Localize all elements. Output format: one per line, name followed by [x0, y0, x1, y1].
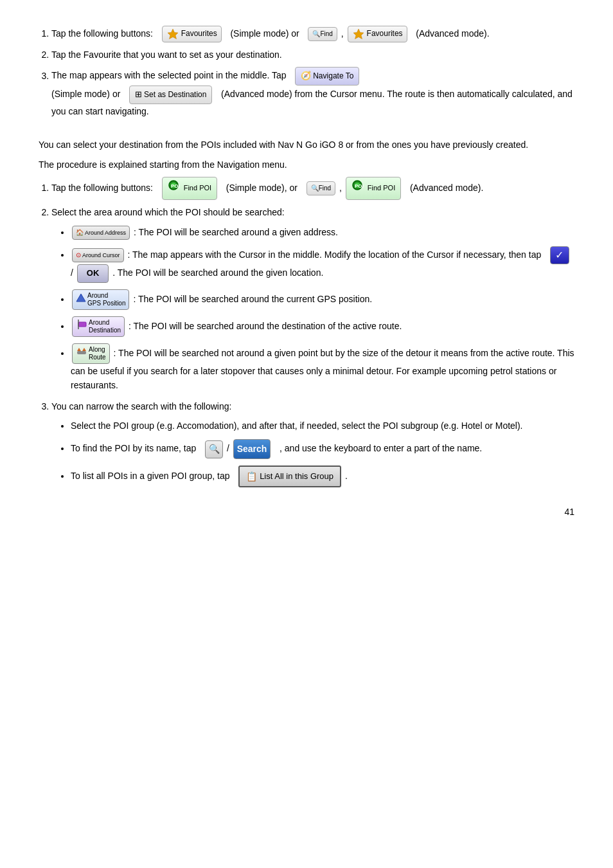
triangle-icon — [76, 293, 86, 305]
svg-marker-0 — [168, 29, 178, 39]
find-button-poi[interactable]: 🔍 Find — [306, 181, 335, 195]
poi-step-2-text: Select the area around which the POI sho… — [51, 207, 285, 217]
around-cursor-text: : The map appears with the Cursor in the… — [127, 249, 541, 260]
poi-icon-2: POI — [351, 179, 366, 197]
poi-step-1-text-after: (Advanced mode). — [410, 183, 483, 193]
poi-step-1: Tap the following buttons: POI Find POI … — [51, 177, 574, 200]
magnify-icon: 🔍 — [209, 442, 220, 456]
route-along-label: Along Route — [89, 346, 106, 361]
around-gps-button[interactable]: Around GPS Position — [72, 289, 129, 310]
around-gps-label: Around GPS Position — [87, 292, 125, 307]
svg-marker-8 — [76, 294, 85, 302]
page-number-container: 41 — [39, 507, 574, 517]
find-small-icon: 🔍 — [311, 183, 319, 194]
top-step-1-text-after: (Advanced mode). — [416, 28, 489, 39]
around-address-text: : The POI will be searched around a give… — [134, 227, 338, 237]
favourites-simple-button[interactable]: Favourites — [162, 26, 222, 42]
find-poi-label: Find POI — [184, 183, 211, 194]
search-magnify-button[interactable]: 🔍 — [205, 440, 223, 458]
poi-steps-list: Tap the following buttons: POI Find POI … — [51, 177, 574, 487]
list-all-button[interactable]: 📋 List All in this Group — [238, 466, 341, 487]
list-all-text-after: . — [345, 471, 348, 481]
top-step-3: The map appears with the selected point … — [51, 67, 574, 118]
bullet-around-gps: Around GPS Position : The POI will be se… — [71, 289, 574, 310]
around-dest-label: Around Destination — [89, 319, 121, 334]
route-along-text: : The POI will be searched not around a … — [71, 348, 574, 391]
favourites-advanced-label: Favourites — [367, 28, 403, 40]
search-area-list: 🏠 Around Address : The POI will be searc… — [71, 225, 574, 393]
cursor-icon: ⊙ — [76, 250, 81, 260]
find-poi-advanced-label: Find POI — [368, 183, 395, 194]
search-button[interactable]: Search — [233, 439, 271, 458]
set-dest-label: Set as Destination — [144, 89, 206, 101]
checkmark-button[interactable]: ✓ — [550, 246, 569, 264]
top-step-3-text-after-label: (Simple mode) or — [51, 89, 120, 99]
bullet-around-destination: Around Destination : The POI will be sea… — [71, 316, 574, 337]
around-address-label: Around Address — [85, 228, 126, 237]
list-all-text-before: To list all POIs in a given POI group, t… — [71, 471, 229, 481]
top-step-1: Tap the following buttons: Favourites (S… — [51, 26, 574, 42]
find-poi-button-simple[interactable]: POI Find POI — [162, 177, 217, 200]
poi-step-3: You can narrow the search with the follo… — [51, 399, 574, 488]
top-step-1-text-before: Tap the following buttons: — [51, 28, 153, 39]
poi-procedure-text: The procedure is explained starting from… — [39, 158, 574, 172]
ok-button[interactable]: OK — [77, 264, 109, 283]
flag-icon — [76, 320, 87, 333]
svg-marker-12 — [77, 348, 81, 351]
find-icon: 🔍 — [312, 29, 320, 39]
bullet-select-group: Select the POI group (e.g. Accomodation)… — [71, 419, 574, 433]
bullet-around-address: 🏠 Around Address : The POI will be searc… — [71, 225, 574, 240]
poi-step-2: Select the area around which the POI sho… — [51, 205, 574, 392]
find-by-name-text-after: , and use the keyboard to enter a part o… — [280, 443, 482, 453]
poi-step-1-text-middle: (Simple mode), or — [226, 183, 298, 193]
around-cursor-button[interactable]: ⊙ Around Cursor — [72, 248, 124, 262]
select-group-text: Select the POI group (e.g. Accomodation)… — [71, 420, 523, 431]
navigate-to-label: Navigate To — [313, 70, 353, 82]
top-step-3-text-before: The map appears with the selected point … — [51, 71, 287, 81]
bullet-list-all: To list all POIs in a given POI group, t… — [71, 466, 574, 487]
poi-icon: POI — [168, 179, 182, 197]
house-icon: 🏠 — [76, 228, 84, 238]
around-address-button[interactable]: 🏠 Around Address — [72, 226, 130, 240]
find-button-small[interactable]: 🔍 Find — [308, 27, 337, 41]
around-dest-text: : The POI will be searched around the de… — [129, 321, 402, 331]
star-icon-2 — [352, 28, 365, 41]
bullet-find-by-name: To find the POI by its name, tap 🔍 / Sea… — [71, 439, 574, 458]
star-icon — [166, 28, 179, 41]
set-destination-button[interactable]: ⊞ Set as Destination — [129, 86, 212, 104]
list-all-label: List All in this Group — [260, 470, 333, 484]
route-along-button[interactable]: Along Route — [72, 343, 110, 364]
around-destination-button[interactable]: Around Destination — [72, 316, 125, 337]
around-cursor-label: Around Cursor — [82, 251, 120, 260]
find-by-name-text-before: To find the POI by its name, tap — [71, 443, 196, 453]
top-step-2: Tap the Favourite that you want to set a… — [51, 48, 574, 62]
around-gps-text: : The POI will be searched around the cu… — [133, 294, 372, 304]
navigate-to-button[interactable]: 🧭 Navigate To — [295, 67, 359, 86]
top-steps-list: Tap the following buttons: Favourites (S… — [51, 26, 574, 118]
grid-icon: ⊞ — [135, 88, 142, 102]
list-icon: 📋 — [246, 469, 257, 484]
page-content: Tap the following buttons: Favourites (S… — [39, 26, 574, 517]
svg-rect-9 — [78, 322, 86, 327]
car-road-icon — [76, 347, 87, 360]
page-number: 41 — [564, 507, 574, 517]
favourites-label: Favourites — [181, 28, 217, 40]
around-cursor-text2: . The POI will be searched around the gi… — [112, 267, 323, 278]
bullet-around-cursor: ⊙ Around Cursor : The map appears with t… — [71, 246, 574, 283]
poi-intro-text: You can select your destination from the… — [39, 138, 574, 152]
svg-text:POI: POI — [355, 183, 364, 189]
poi-step-3-text: You can narrow the search with the follo… — [51, 401, 231, 411]
find-small-label: Find — [319, 183, 331, 194]
svg-rect-11 — [77, 351, 86, 354]
top-step-1-text-middle: (Simple mode) or — [230, 28, 299, 39]
svg-marker-1 — [353, 29, 364, 39]
navigate-icon: 🧭 — [301, 69, 311, 83]
ok-label: OK — [87, 267, 100, 280]
bullet-route-along: Along Route : The POI will be searched n… — [71, 343, 574, 393]
narrow-search-list: Select the POI group (e.g. Accomodation)… — [71, 419, 574, 487]
search-label: Search — [237, 442, 267, 456]
poi-step-1-text-before: Tap the following buttons: — [51, 183, 153, 193]
find-poi-button-advanced[interactable]: POI Find POI — [346, 177, 401, 200]
favourites-advanced-button[interactable]: Favourites — [348, 26, 407, 42]
top-step-2-text: Tap the Favourite that you want to set a… — [51, 50, 282, 60]
